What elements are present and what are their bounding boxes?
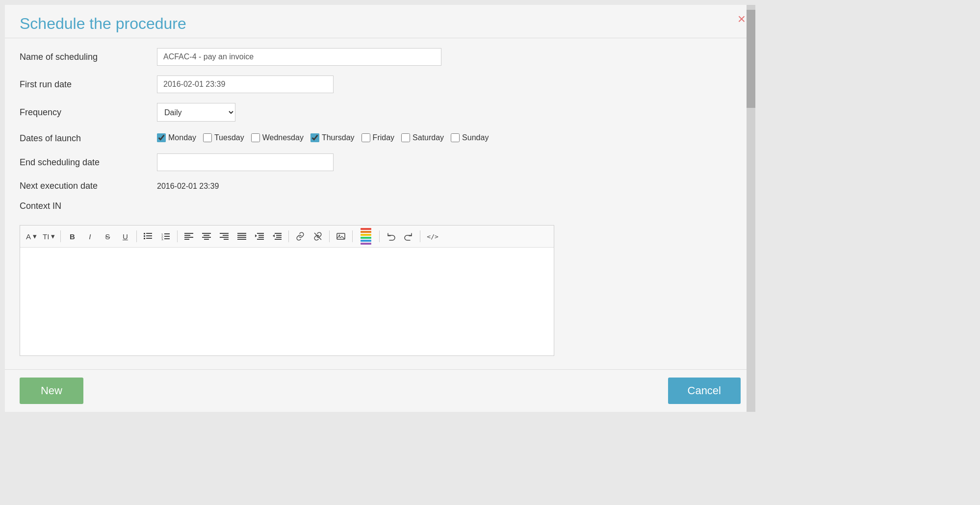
cancel-button[interactable]: Cancel — [668, 378, 741, 404]
first-run-date-row: First run date — [20, 76, 741, 93]
separator-7 — [379, 230, 380, 242]
svg-rect-27 — [237, 239, 246, 240]
checkbox-wednesday-input[interactable] — [251, 133, 260, 142]
svg-rect-4 — [144, 238, 145, 239]
dates-of-launch-row: Dates of launch Monday Tuesday Wednesday… — [20, 131, 741, 144]
bullet-list-button[interactable] — [140, 228, 156, 244]
svg-rect-7 — [164, 233, 170, 234]
new-button[interactable]: New — [20, 378, 83, 404]
checkbox-tuesday[interactable]: Tuesday — [203, 133, 244, 142]
link-icon — [296, 232, 305, 241]
numbered-list-icon: 1. 2. 3. — [161, 232, 170, 241]
align-right-button[interactable] — [216, 228, 232, 244]
checkbox-saturday-input[interactable] — [401, 133, 410, 142]
indent-icon — [255, 232, 264, 241]
frequency-select[interactable]: Daily Weekly Monthly — [157, 103, 235, 122]
scrollbar[interactable] — [747, 5, 755, 412]
svg-rect-34 — [276, 235, 282, 236]
underline-button[interactable]: U — [117, 228, 133, 244]
italic-button[interactable]: I — [82, 228, 98, 244]
separator-5 — [329, 230, 330, 242]
undo-icon — [387, 232, 395, 241]
link-button[interactable] — [292, 228, 308, 244]
context-in-row: Context IN — [20, 201, 741, 215]
wednesday-label: Wednesday — [262, 133, 304, 142]
outdent-icon — [273, 232, 282, 241]
checkbox-wednesday[interactable]: Wednesday — [251, 133, 304, 142]
svg-rect-24 — [237, 233, 246, 234]
checkbox-thursday[interactable]: Thursday — [310, 133, 355, 142]
svg-rect-5 — [146, 238, 152, 239]
name-of-scheduling-input[interactable] — [157, 48, 441, 66]
svg-rect-1 — [146, 233, 152, 234]
checkbox-monday-input[interactable] — [157, 133, 166, 142]
checkbox-tuesday-input[interactable] — [203, 133, 212, 142]
sunday-label: Sunday — [462, 133, 489, 142]
source-button[interactable]: </> — [424, 228, 441, 244]
image-button[interactable] — [333, 228, 349, 244]
svg-rect-12 — [184, 233, 193, 234]
font-size-selector[interactable]: TI ▾ — [41, 228, 57, 244]
checkbox-friday[interactable]: Friday — [361, 133, 394, 142]
editor-content-area[interactable] — [20, 248, 554, 355]
checkbox-monday[interactable]: Monday — [157, 133, 196, 142]
indent-button[interactable] — [252, 228, 267, 244]
font-family-label: A — [26, 232, 31, 241]
dates-of-launch-label: Dates of launch — [20, 133, 157, 144]
svg-rect-0 — [144, 233, 145, 234]
separator-8 — [420, 230, 420, 242]
svg-rect-16 — [202, 233, 211, 234]
thursday-label: Thursday — [322, 133, 355, 142]
scrollbar-thumb[interactable] — [747, 10, 755, 108]
redo-button[interactable] — [401, 228, 416, 244]
redo-icon — [404, 232, 413, 241]
unlink-button[interactable] — [310, 228, 326, 244]
svg-rect-20 — [220, 233, 229, 234]
font-family-selector[interactable]: A ▾ — [24, 228, 39, 244]
align-center-button[interactable] — [199, 228, 214, 244]
bold-button[interactable]: B — [64, 228, 80, 244]
font-size-label: TI — [43, 232, 49, 241]
justify-button[interactable] — [234, 228, 250, 244]
outdent-button[interactable] — [269, 228, 285, 244]
checkbox-sunday[interactable]: Sunday — [451, 133, 489, 142]
separator-2 — [136, 230, 137, 242]
dialog-header: Schedule the procedure × — [5, 5, 755, 38]
svg-rect-22 — [220, 237, 229, 238]
svg-rect-21 — [223, 235, 229, 236]
separator-1 — [60, 230, 61, 242]
svg-rect-33 — [275, 233, 282, 234]
svg-rect-19 — [204, 239, 209, 240]
svg-rect-11 — [164, 238, 170, 239]
frequency-label: Frequency — [20, 107, 157, 118]
dialog-footer: New Cancel — [5, 369, 755, 412]
name-of-scheduling-label: Name of scheduling — [20, 52, 157, 62]
end-scheduling-date-input[interactable] — [157, 153, 334, 171]
close-button[interactable]: × — [738, 12, 746, 26]
color-stripes-button[interactable] — [356, 228, 376, 244]
svg-point-40 — [339, 235, 340, 236]
align-left-button[interactable] — [181, 228, 197, 244]
first-run-date-input[interactable] — [157, 76, 334, 93]
separator-3 — [177, 230, 178, 242]
editor-toolbar: A ▾ TI ▾ B I S U — [20, 226, 554, 248]
checkbox-saturday[interactable]: Saturday — [401, 133, 444, 142]
strikethrough-button[interactable]: S — [100, 228, 115, 244]
name-of-scheduling-row: Name of scheduling — [20, 48, 741, 66]
next-execution-date-row: Next execution date 2016-02-01 23:39 — [20, 181, 741, 191]
dialog-title: Schedule the procedure — [20, 15, 741, 33]
checkbox-friday-input[interactable] — [361, 133, 370, 142]
next-execution-date-value: 2016-02-01 23:39 — [157, 182, 219, 191]
checkbox-sunday-input[interactable] — [451, 133, 460, 142]
monday-label: Monday — [168, 133, 196, 142]
next-execution-date-label: Next execution date — [20, 181, 157, 191]
undo-button[interactable] — [383, 228, 399, 244]
checkbox-thursday-input[interactable] — [310, 133, 319, 142]
svg-rect-28 — [257, 233, 264, 234]
days-checkboxes: Monday Tuesday Wednesday Thursday Friday — [157, 133, 489, 142]
color-stripes-icon — [361, 228, 371, 245]
svg-rect-36 — [275, 239, 282, 240]
numbered-list-button[interactable]: 1. 2. 3. — [158, 228, 174, 244]
end-scheduling-date-label: End scheduling date — [20, 157, 157, 168]
context-in-label: Context IN — [20, 201, 157, 211]
